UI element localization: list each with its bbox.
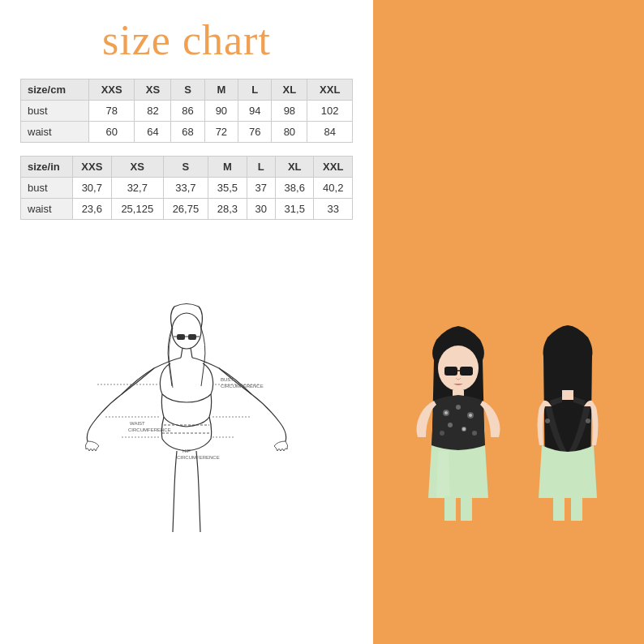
in-cell: 26,75 xyxy=(163,199,208,220)
in-table: size/inXXSXSSMLXLXXLbust30,732,733,735,5… xyxy=(20,156,353,220)
cm-cell: 64 xyxy=(135,122,171,143)
cm-cell: 72 xyxy=(204,122,238,143)
svg-text:WAIST: WAIST xyxy=(130,421,145,426)
in-cell: bust xyxy=(21,178,73,199)
svg-rect-45 xyxy=(571,496,582,521)
figure-area: BUST CIRCUMFERENCE WAIST CIRCUMFERENCE H… xyxy=(20,241,353,628)
in-cell: 32,7 xyxy=(111,178,163,199)
cm-cell: 86 xyxy=(171,101,204,122)
svg-rect-17 xyxy=(177,334,185,340)
in-cell: 30,7 xyxy=(72,178,111,199)
cm-cell: 78 xyxy=(88,101,134,122)
svg-point-43 xyxy=(586,419,590,423)
cm-table: size/cmXXSXSSMLXLXXLbust788286909498102w… xyxy=(20,79,353,143)
in-cell: waist xyxy=(21,199,73,220)
cm-cell: 84 xyxy=(307,122,353,143)
cm-header-cell: M xyxy=(204,79,238,101)
svg-point-31 xyxy=(448,423,453,427)
svg-line-1 xyxy=(181,348,182,358)
in-header-cell: XL xyxy=(275,157,313,178)
in-cell: 25,125 xyxy=(111,199,163,220)
in-header-cell: L xyxy=(247,157,275,178)
cm-header-cell: XL xyxy=(272,79,307,101)
svg-text:HIP: HIP xyxy=(182,449,191,453)
in-cell: 33 xyxy=(314,199,353,220)
right-panel xyxy=(373,0,644,644)
cm-cell: bust xyxy=(21,101,89,122)
cm-cell: 80 xyxy=(272,122,307,143)
in-cell: 33,7 xyxy=(163,178,208,199)
svg-point-0 xyxy=(172,313,201,349)
svg-point-35 xyxy=(444,411,448,414)
cm-cell: 90 xyxy=(204,101,238,122)
in-header-cell: XXS xyxy=(72,157,111,178)
cm-header-cell: S xyxy=(171,79,204,101)
page-title: size chart xyxy=(20,16,353,64)
svg-point-42 xyxy=(545,419,550,423)
in-header-cell: S xyxy=(163,157,208,178)
in-cell: 30 xyxy=(247,199,275,220)
in-cell: 38,6 xyxy=(275,178,313,199)
svg-line-2 xyxy=(191,348,192,358)
cm-cell: 82 xyxy=(135,101,171,122)
svg-rect-39 xyxy=(461,496,472,521)
svg-text:CIRCUMFERENCE: CIRCUMFERENCE xyxy=(177,455,220,460)
in-header-cell: M xyxy=(208,157,247,178)
figure-svg: BUST CIRCUMFERENCE WAIST CIRCUMFERENCE H… xyxy=(57,297,316,573)
in-header-cell: size/in xyxy=(21,157,73,178)
cm-cell: 76 xyxy=(238,122,272,143)
cm-cell: waist xyxy=(21,122,89,143)
cm-header-cell: XXL xyxy=(307,79,353,101)
svg-point-34 xyxy=(472,431,477,436)
cm-cell: 60 xyxy=(88,122,134,143)
in-header-cell: XS xyxy=(111,157,163,178)
in-cell: 23,6 xyxy=(72,199,111,220)
svg-text:CIRCUMFERENCE: CIRCUMFERENCE xyxy=(128,427,171,432)
svg-point-29 xyxy=(456,405,461,410)
in-cell: 40,2 xyxy=(314,178,353,199)
right-figures-svg xyxy=(373,320,644,644)
cm-table-section: size/cmXXSXSSMLXLXXLbust788286909498102w… xyxy=(20,79,353,143)
cm-cell: 68 xyxy=(171,122,204,143)
in-cell: 31,5 xyxy=(275,199,313,220)
cm-header-cell: L xyxy=(238,79,272,101)
svg-rect-38 xyxy=(444,496,456,521)
cm-header-cell: XXS xyxy=(88,79,134,101)
cm-cell: 94 xyxy=(238,101,272,122)
cm-cell: 98 xyxy=(272,101,307,122)
svg-rect-44 xyxy=(553,496,565,521)
in-cell: 35,5 xyxy=(208,178,247,199)
cm-header-cell: XS xyxy=(135,79,171,101)
cm-cell: 102 xyxy=(307,101,353,122)
in-cell: 37 xyxy=(247,178,275,199)
svg-rect-41 xyxy=(562,390,573,400)
left-panel: size chart size/cmXXSXSSMLXLXXLbust78828… xyxy=(0,0,373,644)
in-header-cell: XXL xyxy=(314,157,353,178)
svg-rect-18 xyxy=(188,334,196,340)
svg-point-36 xyxy=(469,414,472,417)
svg-point-37 xyxy=(462,427,466,431)
in-cell: 28,3 xyxy=(208,199,247,220)
in-table-section: size/inXXSXSSMLXLXXLbust30,732,733,735,5… xyxy=(20,156,353,220)
svg-point-33 xyxy=(440,431,444,436)
svg-rect-24 xyxy=(444,367,457,376)
cm-header-cell: size/cm xyxy=(21,79,89,101)
svg-text:CIRCUMFERENCE: CIRCUMFERENCE xyxy=(221,384,264,389)
svg-text:BUST: BUST xyxy=(221,377,234,382)
svg-rect-25 xyxy=(460,367,473,376)
